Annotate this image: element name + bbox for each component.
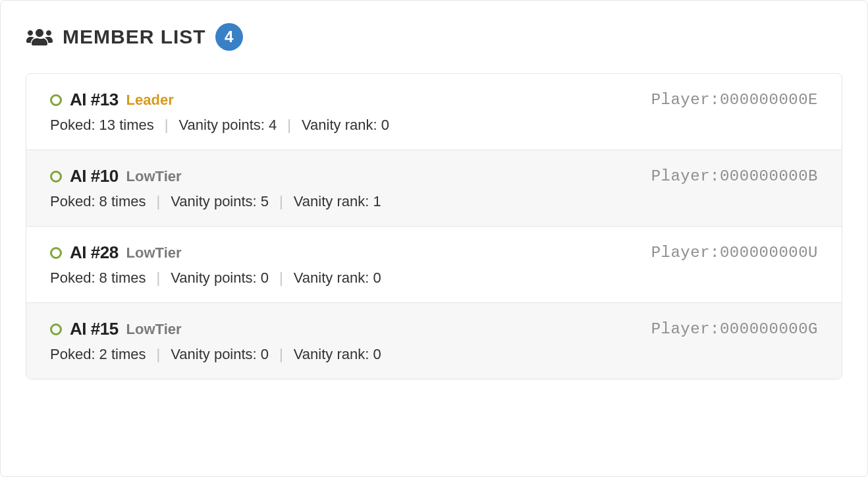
- member-identity: AI #10 LowTier: [50, 166, 182, 186]
- stat-vanity-points: Vanity points: 0: [171, 346, 269, 363]
- stat-separator: |: [157, 269, 161, 287]
- member-stats: Poked: 8 times | Vanity points: 5 | Vani…: [50, 193, 818, 210]
- player-id: Player:000000000G: [651, 320, 818, 338]
- stat-separator: |: [287, 117, 291, 134]
- stat-vanity-rank: Vanity rank: 0: [302, 117, 389, 134]
- player-id-prefix: Player:: [651, 91, 720, 109]
- member-stats: Poked: 2 times | Vanity points: 0 | Vani…: [50, 346, 818, 363]
- player-id: Player:000000000B: [651, 167, 818, 185]
- member-identity: AI #28 LowTier: [50, 242, 182, 263]
- member-role-badge: Leader: [126, 92, 174, 109]
- player-id-prefix: Player:: [651, 244, 720, 262]
- player-id: Player:000000000U: [651, 244, 818, 262]
- player-id-value: 000000000G: [720, 320, 818, 338]
- stat-separator: |: [157, 346, 161, 363]
- stat-vanity-points: Vanity points: 0: [171, 269, 269, 287]
- member-row[interactable]: AI #13 Leader Player:000000000E Poked: 1…: [26, 74, 842, 150]
- status-indicator-icon: [50, 94, 62, 106]
- player-id-value: 000000000E: [720, 91, 818, 109]
- member-identity: AI #13 Leader: [50, 90, 174, 110]
- player-id-prefix: Player:: [651, 167, 720, 185]
- member-identity: AI #15 LowTier: [50, 319, 182, 339]
- stat-poked: Poked: 13 times: [50, 117, 154, 134]
- stat-separator: |: [279, 193, 283, 210]
- stat-vanity-rank: Vanity rank: 1: [294, 193, 381, 210]
- member-stats: Poked: 13 times | Vanity points: 4 | Van…: [50, 117, 818, 134]
- status-indicator-icon: [50, 323, 62, 335]
- stat-poked: Poked: 2 times: [50, 346, 146, 363]
- member-row[interactable]: AI #10 LowTier Player:000000000B Poked: …: [26, 150, 842, 226]
- member-list-card: MEMBER LIST 4 AI #13 Leader Player:00000…: [0, 0, 868, 477]
- member-role-badge: LowTier: [126, 168, 182, 185]
- stat-separator: |: [157, 193, 161, 210]
- page-title: MEMBER LIST: [63, 26, 206, 48]
- member-role-badge: LowTier: [126, 321, 182, 338]
- member-row[interactable]: AI #15 LowTier Player:000000000G Poked: …: [26, 302, 842, 379]
- player-id-value: 000000000U: [720, 244, 818, 262]
- player-id-prefix: Player:: [651, 320, 720, 338]
- member-stats: Poked: 8 times | Vanity points: 0 | Vani…: [50, 269, 818, 287]
- stat-poked: Poked: 8 times: [50, 269, 146, 287]
- stat-vanity-rank: Vanity rank: 0: [294, 269, 381, 287]
- stat-vanity-rank: Vanity rank: 0: [294, 346, 381, 363]
- member-name: AI #15: [70, 319, 119, 339]
- member-list-header: MEMBER LIST 4: [26, 23, 842, 51]
- stat-poked: Poked: 8 times: [50, 193, 146, 210]
- player-id-value: 000000000B: [720, 167, 818, 185]
- member-row-header: AI #10 LowTier Player:000000000B: [50, 166, 818, 186]
- stat-vanity-points: Vanity points: 5: [171, 193, 269, 210]
- member-count-badge: 4: [215, 23, 243, 51]
- stat-separator: |: [279, 269, 283, 287]
- stat-vanity-points: Vanity points: 4: [179, 117, 277, 134]
- member-row[interactable]: AI #28 LowTier Player:000000000U Poked: …: [26, 226, 842, 302]
- status-indicator-icon: [50, 171, 62, 182]
- member-row-header: AI #13 Leader Player:000000000E: [50, 90, 818, 110]
- users-icon: [26, 26, 53, 47]
- member-name: AI #13: [70, 90, 119, 110]
- member-name: AI #10: [70, 166, 119, 186]
- member-name: AI #28: [70, 242, 119, 263]
- stat-separator: |: [279, 346, 283, 363]
- member-row-header: AI #15 LowTier Player:000000000G: [50, 319, 818, 339]
- member-role-badge: LowTier: [126, 244, 182, 262]
- member-list: AI #13 Leader Player:000000000E Poked: 1…: [26, 73, 842, 379]
- player-id: Player:000000000E: [651, 91, 818, 109]
- member-row-header: AI #28 LowTier Player:000000000U: [50, 242, 818, 263]
- stat-separator: |: [165, 117, 169, 134]
- status-indicator-icon: [50, 247, 62, 259]
